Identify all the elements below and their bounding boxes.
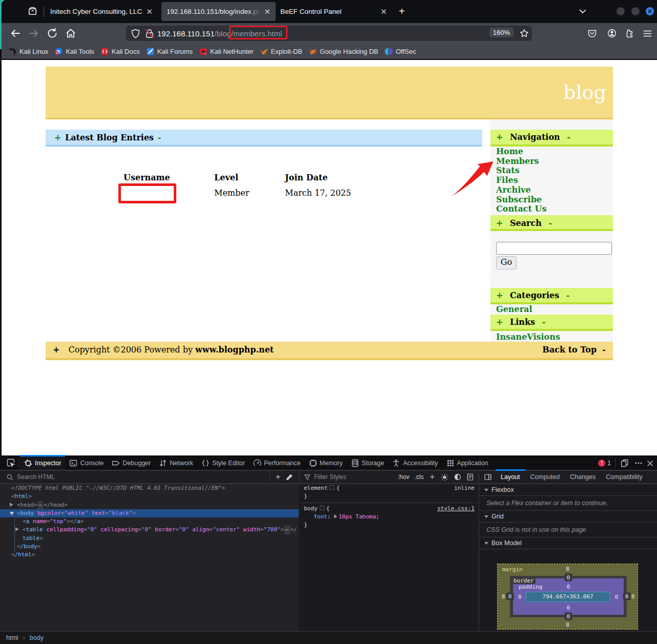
sidebar-tab-layout[interactable]: Layout — [496, 471, 525, 483]
devtools-close-icon[interactable] — [646, 460, 654, 467]
border-left-value[interactable]: 0 — [506, 593, 514, 600]
selected-body-line[interactable]: <body bgcolor="white" text="black"> — [0, 509, 299, 517]
class-toggle-button[interactable]: .cls — [415, 473, 424, 481]
sidebar-tab-changes[interactable]: Changes — [565, 471, 601, 483]
new-tab-button[interactable]: + — [397, 6, 407, 16]
add-rule-icon[interactable]: + — [430, 472, 435, 482]
tab-close-icon[interactable]: ✕ — [264, 7, 271, 16]
site-link[interactable]: www.blogphp.net — [195, 345, 274, 355]
grid-section-header[interactable]: Grid — [479, 511, 657, 523]
expand-sidebar-icon[interactable] — [484, 473, 491, 481]
nav-link-files[interactable]: Files — [496, 176, 546, 185]
expand-link[interactable]: + — [496, 132, 503, 142]
highlight-target-icon[interactable] — [320, 506, 324, 510]
devtools-tab-accessibility[interactable]: Accessibility — [388, 456, 442, 470]
bookmark-kali-docs[interactable]: Kali Docs — [100, 47, 140, 56]
devtools-tab-memory[interactable]: Memory — [305, 456, 347, 470]
back-button[interactable] — [10, 28, 21, 39]
collapse-arrow-icon[interactable] — [10, 512, 14, 515]
box-model-diagram[interactable]: margin 8 8 8 8 border padding 0 0 0 0 79… — [498, 564, 638, 629]
expand-shorthand-icon[interactable] — [334, 514, 337, 518]
error-badge-icon[interactable]: ! — [598, 460, 605, 467]
meatball-menu-icon[interactable] — [634, 459, 643, 467]
expand-link[interactable]: + — [496, 290, 503, 300]
boxmodel-section-header[interactable]: Box Model — [479, 537, 657, 549]
breadcrumb-html[interactable]: html — [6, 634, 18, 641]
home-button[interactable] — [65, 28, 76, 39]
list-all-tabs-chevron-icon[interactable] — [579, 7, 587, 15]
bookmark-kali-linux[interactable]: Kali Linux — [8, 47, 48, 56]
padding-left-value[interactable]: 0 — [518, 594, 522, 600]
collapse-link[interactable]: - — [567, 132, 570, 142]
menu-hamburger-icon[interactable] — [643, 29, 652, 38]
sidebar-tab-compatibility[interactable]: Compatibility — [601, 471, 648, 483]
bookmark-exploit-db[interactable]: Exploit-DB — [260, 47, 302, 56]
markup-search-bar[interactable]: Search HTML + — [0, 471, 299, 483]
expand-link[interactable]: + — [53, 345, 59, 355]
back-to-top-link[interactable]: Back to Top — [542, 345, 597, 355]
padding-top-value[interactable]: 0 — [567, 584, 570, 590]
padding-bottom-value[interactable]: 0 — [567, 605, 570, 611]
pocket-icon[interactable] — [588, 29, 597, 38]
firefox-view-icon[interactable] — [28, 7, 37, 15]
tab-initech[interactable]: Initech Cyber Consulting, LLC ✕ — [50, 2, 160, 21]
reload-button[interactable] — [47, 28, 58, 39]
devtools-tab-performance[interactable]: Performance — [249, 456, 305, 470]
border-right-value[interactable]: 0 — [623, 593, 631, 600]
bookmark-star-icon[interactable] — [520, 29, 529, 38]
expand-link[interactable]: + — [496, 317, 503, 327]
expand-arrow-icon[interactable] — [15, 527, 19, 531]
nav-link-home[interactable]: Home — [496, 147, 546, 157]
connection-insecure-lock-icon[interactable] — [145, 29, 154, 38]
tab-blog-selected[interactable]: 192.168.110.151/blog/index.ph ✕ — [161, 2, 276, 21]
expand-arrow-icon[interactable] — [10, 503, 13, 507]
collapse-link[interactable]: - — [158, 133, 161, 142]
style-source-link[interactable]: style.css:1 — [437, 505, 475, 513]
stylesheet-icon[interactable] — [467, 473, 474, 481]
devtools-tab-debugger[interactable]: Debugger — [108, 456, 155, 470]
flexbox-section-header[interactable]: Flexbox — [479, 484, 657, 496]
url-bar[interactable]: 192.168.110.151/blog/members.html 160% — [126, 26, 532, 41]
light-theme-icon[interactable] — [441, 473, 448, 481]
nav-link-archive[interactable]: Archive — [496, 185, 546, 195]
expand-link[interactable]: + — [54, 133, 61, 142]
sidebar-tab-computed[interactable]: Computed — [525, 471, 565, 483]
devtools-tab-console[interactable]: Console — [65, 456, 108, 470]
tracking-shield-icon[interactable] — [131, 29, 140, 38]
margin-bottom-value[interactable]: 8 — [566, 621, 569, 628]
margin-top-value[interactable]: 8 — [566, 566, 569, 572]
expand-link[interactable]: + — [496, 218, 503, 228]
window-close-button[interactable]: ✕ — [646, 7, 654, 15]
add-icon[interactable]: + — [276, 472, 280, 482]
tab-beef[interactable]: BeEF Control Panel ✕ — [280, 2, 391, 21]
bookmark-offsec[interactable]: OffSec — [384, 47, 416, 56]
category-link-general[interactable]: General — [496, 304, 532, 314]
rules-view[interactable]: element{inline } body{style.css:1 font: … — [299, 484, 479, 631]
responsive-design-icon[interactable] — [621, 459, 629, 467]
bookmark-kali-nethunter[interactable]: Kali NetHunter — [199, 47, 254, 56]
bookmark-kali-forums[interactable]: Kali Forums — [146, 47, 193, 56]
highlight-target-icon[interactable] — [330, 485, 334, 490]
search-input[interactable] — [496, 242, 612, 255]
devtools-tab-style-editor[interactable]: Style Editor — [197, 456, 249, 470]
nav-link-members[interactable]: Members — [496, 157, 546, 167]
forward-button[interactable] — [28, 28, 39, 39]
devtools-tab-storage[interactable]: Storage — [347, 456, 388, 470]
window-maximize-button[interactable] — [631, 7, 640, 15]
element-picker-icon[interactable] — [6, 459, 15, 468]
content-box[interactable]: 794.667×363.067 — [526, 592, 610, 602]
window-minimize-button[interactable] — [617, 7, 625, 15]
filter-styles-bar[interactable]: Filter Styles :hov .cls + — [299, 471, 479, 483]
border-top-value[interactable]: 0 — [565, 574, 572, 581]
devtools-tab-inspector[interactable]: Inspector — [20, 456, 65, 470]
tab-close-icon[interactable]: ✕ — [380, 7, 387, 16]
collapse-link[interactable]: - — [548, 218, 552, 228]
collapsed-ellipsis[interactable]: ⋯ — [284, 526, 290, 534]
collapse-link[interactable]: - — [566, 290, 570, 300]
search-go-button[interactable]: Go — [496, 256, 517, 269]
bookmark-kali-tools[interactable]: Kali Tools — [54, 47, 94, 56]
zoom-level-badge[interactable]: 160% — [489, 28, 514, 37]
extensions-puzzle-icon[interactable] — [625, 29, 634, 38]
margin-right-value[interactable]: 8 — [631, 593, 635, 600]
nav-link-stats[interactable]: Stats — [496, 166, 546, 176]
